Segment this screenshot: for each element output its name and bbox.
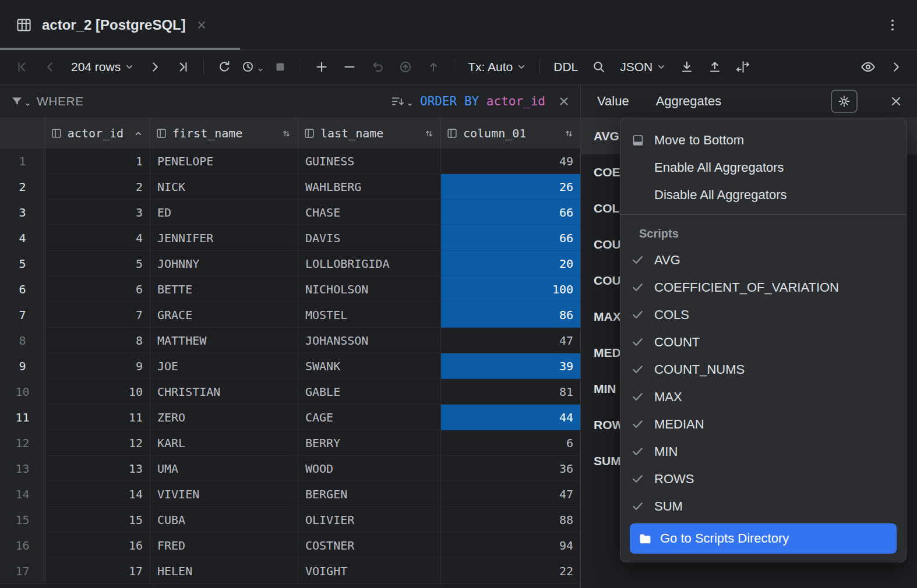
where-clause-field[interactable]: WHERE (37, 94, 84, 108)
cell-first-name[interactable]: UMA (150, 456, 298, 481)
cell-actor-id[interactable]: 7 (45, 302, 150, 328)
cell-first-name[interactable]: CUBA (150, 507, 298, 533)
menu-item-script[interactable]: ROWS (620, 465, 906, 493)
cell-first-name[interactable]: VIVIEN (150, 481, 298, 507)
cell-last-name[interactable]: BERRY (298, 430, 441, 456)
filter-funnel-icon[interactable] (9, 94, 31, 109)
export-format-dropdown[interactable]: JSON (614, 55, 672, 79)
cell-column-01[interactable]: 94 (441, 533, 580, 558)
cell-actor-id[interactable]: 14 (45, 481, 150, 507)
cell-last-name[interactable]: NICHOLSON (298, 277, 441, 302)
cell-last-name[interactable]: GABLE (298, 379, 441, 405)
row-number[interactable]: 6 (0, 277, 45, 302)
cell-actor-id[interactable]: 2 (45, 174, 150, 200)
auto-refresh-clock-button[interactable] (239, 55, 265, 79)
previous-page-button[interactable] (37, 55, 63, 79)
cell-first-name[interactable]: BETTE (150, 277, 298, 302)
cell-actor-id[interactable]: 6 (45, 277, 150, 302)
cell-column-01[interactable]: 49 (441, 148, 580, 174)
tab-close-icon[interactable] (195, 19, 208, 31)
cell-first-name[interactable]: JENNIFER (150, 225, 298, 251)
export-data-button[interactable] (674, 55, 700, 79)
cell-actor-id[interactable]: 9 (45, 353, 150, 379)
cell-first-name[interactable]: JOHNNY (150, 251, 298, 277)
row-number[interactable]: 12 (0, 430, 45, 456)
menu-item-enable-all-aggregators[interactable]: Enable All Aggregators (620, 154, 906, 181)
tab-aggregates[interactable]: Aggregates (656, 94, 722, 109)
row-number[interactable]: 5 (0, 251, 45, 277)
cell-last-name[interactable]: DAVIS (298, 225, 441, 251)
cell-column-01[interactable]: 86 (441, 302, 580, 328)
tab-actor-2[interactable]: actor_2 [PostgreSQL] (0, 0, 221, 49)
import-data-button[interactable] (702, 55, 728, 79)
row-number[interactable]: 11 (0, 405, 45, 430)
menu-item-move-to-bottom[interactable]: Move to Bottom (620, 126, 906, 154)
row-number[interactable]: 15 (0, 507, 45, 533)
cell-last-name[interactable]: WOOD (298, 456, 441, 481)
cell-first-name[interactable]: NICK (150, 174, 298, 200)
more-options-kebab-icon[interactable] (880, 12, 905, 38)
first-page-button[interactable] (9, 55, 35, 79)
cell-actor-id[interactable]: 4 (45, 225, 150, 251)
cell-column-01[interactable]: 20 (441, 251, 580, 277)
page-size-dropdown[interactable]: 204 rows (65, 55, 140, 79)
row-number[interactable]: 3 (0, 200, 45, 225)
cell-column-01[interactable]: 26 (441, 174, 580, 200)
cell-column-01[interactable]: 66 (441, 225, 580, 251)
column-header-first-name[interactable]: first_name (150, 118, 298, 148)
row-number[interactable]: 4 (0, 225, 45, 251)
row-number[interactable]: 1 (0, 148, 45, 174)
menu-item-script[interactable]: COEFFICIENT_OF_VARIATION (620, 274, 906, 301)
cell-actor-id[interactable]: 17 (45, 558, 150, 584)
row-number[interactable]: 7 (0, 302, 45, 328)
menu-item-script[interactable]: SUM (620, 493, 906, 520)
cell-first-name[interactable]: JOE (150, 353, 298, 379)
sort-settings-icon[interactable] (390, 94, 413, 109)
cell-column-01[interactable]: 6 (441, 430, 580, 456)
revert-changes-button[interactable] (365, 55, 390, 79)
cell-actor-id[interactable]: 11 (45, 405, 150, 430)
row-number[interactable]: 14 (0, 481, 45, 507)
delete-row-button[interactable] (337, 55, 362, 79)
cell-actor-id[interactable]: 15 (45, 507, 150, 533)
cell-last-name[interactable]: MOSTEL (298, 302, 441, 328)
cell-actor-id[interactable]: 13 (45, 456, 150, 481)
row-number[interactable]: 8 (0, 328, 45, 353)
aggregates-settings-button[interactable] (831, 90, 858, 113)
cell-actor-id[interactable]: 5 (45, 251, 150, 277)
menu-item-script[interactable]: COLS (620, 301, 906, 328)
cell-column-01[interactable]: 81 (441, 379, 580, 405)
cell-column-01[interactable]: 22 (441, 558, 580, 584)
compare-data-button[interactable] (730, 55, 756, 79)
cell-last-name[interactable]: CAGE (298, 405, 441, 430)
cell-last-name[interactable]: GUINESS (298, 148, 441, 174)
cell-last-name[interactable]: CHASE (298, 200, 441, 225)
menu-item-script[interactable]: AVG (620, 246, 906, 274)
add-row-button[interactable] (309, 55, 334, 79)
cell-last-name[interactable]: BERGEN (298, 481, 441, 507)
cell-last-name[interactable]: JOHANSSON (298, 328, 441, 353)
menu-item-go-to-scripts-directory[interactable]: Go to Scripts Directory (630, 523, 897, 554)
refresh-button[interactable] (211, 55, 237, 79)
cell-first-name[interactable]: ZERO (150, 405, 298, 430)
cell-first-name[interactable]: GRACE (150, 302, 298, 328)
cell-actor-id[interactable]: 3 (45, 200, 150, 225)
transaction-mode-dropdown[interactable]: Tx: Auto (462, 55, 532, 79)
row-number[interactable]: 2 (0, 174, 45, 200)
search-button[interactable] (586, 55, 612, 79)
menu-item-script[interactable]: COUNT (620, 328, 906, 356)
cell-column-01[interactable]: 47 (441, 481, 580, 507)
submit-arrow-button[interactable] (421, 55, 446, 79)
cell-last-name[interactable]: SWANK (298, 353, 441, 379)
cell-last-name[interactable]: WAHLBERG (298, 174, 441, 200)
cell-first-name[interactable]: ED (150, 200, 298, 225)
cell-actor-id[interactable]: 16 (45, 533, 150, 558)
cell-actor-id[interactable]: 12 (45, 430, 150, 456)
row-number[interactable]: 10 (0, 379, 45, 405)
cell-first-name[interactable]: PENELOPE (150, 148, 298, 174)
order-by-clause[interactable]: ORDER BY actor_id (420, 94, 545, 108)
cell-last-name[interactable]: VOIGHT (298, 558, 441, 584)
ddl-button[interactable]: DDL (548, 55, 584, 79)
cell-first-name[interactable]: KARL (150, 430, 298, 456)
menu-item-disable-all-aggregators[interactable]: Disable All Aggregators (620, 181, 906, 208)
